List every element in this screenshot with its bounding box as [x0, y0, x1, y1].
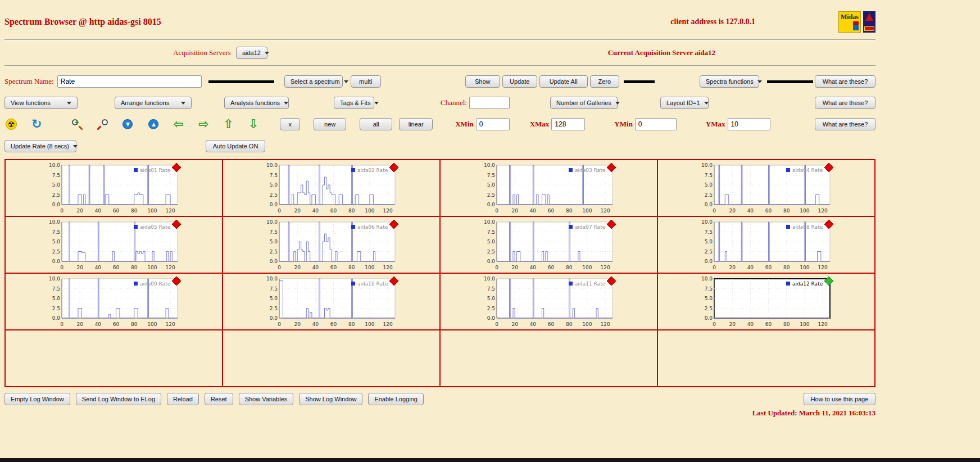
zoom-in-icon[interactable]: +	[71, 118, 83, 130]
show-log-window-button[interactable]: Show Log Window	[299, 393, 362, 405]
svg-text:60: 60	[547, 265, 554, 270]
chevron-down-icon	[181, 102, 185, 105]
svg-text:80: 80	[348, 265, 355, 270]
ymax-input[interactable]	[728, 118, 770, 130]
radiation-icon[interactable]: ☢	[6, 119, 17, 130]
zoom-out-icon[interactable]	[97, 118, 109, 130]
svg-text:80: 80	[131, 265, 138, 270]
svg-text:10.0: 10.0	[266, 276, 277, 282]
svg-text:20: 20	[729, 208, 736, 214]
spectrum-chart: 0.02.55.07.510.0020406080100120 aida07 R…	[481, 219, 617, 272]
plus-icon: +	[74, 119, 79, 126]
spectrum-cell-aida11[interactable]: 0.02.55.07.510.0020406080100120 aida11 R…	[440, 273, 657, 330]
spectrum-cell-aida02[interactable]: 0.02.55.07.510.0020406080100120 aida02 R…	[223, 160, 440, 216]
all-button[interactable]: all	[360, 118, 392, 130]
zero-button[interactable]: Zero	[590, 75, 619, 88]
chevron-down-icon	[374, 102, 379, 105]
send-log-window-button[interactable]: Send Log Window to ELog	[76, 393, 161, 405]
update-button[interactable]: Update	[502, 75, 537, 88]
acquisition-server-select[interactable]: aida12	[236, 47, 267, 59]
select-spectrum-dropdown[interactable]: Select a spectrum	[284, 75, 343, 88]
what-are-these-button[interactable]: What are these?	[815, 118, 875, 130]
svg-text:0.0: 0.0	[52, 259, 60, 264]
scale-down-icon[interactable]: ▼	[122, 119, 133, 129]
analysis-functions-dropdown[interactable]: Analysis functions	[224, 97, 289, 109]
svg-text:0.0: 0.0	[487, 259, 495, 264]
chevron-down-icon	[67, 102, 71, 105]
move-right-icon[interactable]: ⇨	[198, 118, 208, 130]
spectrum-cell-aida12[interactable]: 0.02.55.07.510.0020406080100120 aida12 R…	[657, 273, 875, 330]
reload-button[interactable]: Reload	[167, 393, 199, 405]
chevron-down-icon	[284, 102, 288, 105]
scale-up-icon[interactable]: ▲	[148, 119, 158, 129]
svg-text:10.0: 10.0	[266, 219, 277, 225]
how-to-use-button[interactable]: How to use this page	[804, 393, 875, 405]
arrange-functions-dropdown[interactable]: Arrange functions	[115, 97, 192, 109]
ymin-input[interactable]	[635, 118, 677, 130]
linear-button[interactable]: linear	[399, 118, 433, 130]
svg-text:80: 80	[566, 208, 573, 214]
spectrum-name-input[interactable]	[57, 75, 202, 88]
legend-marker	[134, 225, 138, 229]
update-all-button[interactable]: Update All	[539, 75, 588, 88]
move-up-icon[interactable]: ⇧	[223, 118, 233, 130]
spectrum-cell-aida04[interactable]: 0.02.55.07.510.0020406080100120 aida04 R…	[657, 160, 875, 216]
svg-text:80: 80	[131, 321, 138, 327]
svg-text:0.0: 0.0	[704, 315, 713, 321]
legend-marker	[786, 282, 790, 286]
legend-label: aida12 Rate	[792, 281, 823, 287]
legend-label: aida05 Rate	[140, 224, 171, 230]
spectrum-cell-aida03[interactable]: 0.02.55.07.510.0020406080100120 aida03 R…	[440, 160, 657, 216]
move-down-icon[interactable]: ⇩	[248, 118, 258, 130]
spectrum-cell-aida08[interactable]: 0.02.55.07.510.0020406080100120 aida08 R…	[657, 216, 875, 273]
legend-marker	[569, 225, 573, 229]
spectrum-cell-aida05[interactable]: 0.02.55.07.510.0020406080100120 aida05 R…	[5, 216, 223, 273]
refresh-icon[interactable]: ↻	[31, 117, 42, 131]
enable-logging-button[interactable]: Enable Logging	[368, 393, 423, 405]
auto-update-button[interactable]: Auto Update ON	[206, 140, 265, 152]
show-button[interactable]: Show	[465, 75, 500, 88]
midas-logo-art	[853, 21, 859, 30]
x-axis-button[interactable]: x	[280, 118, 300, 130]
spectrum-cell-aida01[interactable]: 0.02.55.07.510.0020406080100120 aida01 R…	[5, 160, 223, 216]
spectrum-cell-aida07[interactable]: 0.02.55.07.510.0020406080100120 aida07 R…	[440, 216, 657, 273]
spectrum-cell-aida10[interactable]: 0.02.55.07.510.0020406080100120 aida10 R…	[223, 273, 440, 330]
channel-input[interactable]	[469, 97, 510, 109]
svg-text:40: 40	[312, 208, 319, 214]
svg-text:2.5: 2.5	[52, 306, 60, 311]
what-are-these-button[interactable]: What are these?	[815, 97, 875, 109]
new-button[interactable]: new	[314, 118, 346, 130]
xmax-input[interactable]	[551, 118, 585, 130]
xmin-input[interactable]	[476, 118, 510, 130]
empty-log-window-button[interactable]: Empty Log Window	[4, 393, 70, 405]
reset-button[interactable]: Reset	[205, 393, 233, 405]
what-are-these-button[interactable]: What are these?	[815, 75, 875, 88]
spectrum-cell-aida06[interactable]: 0.02.55.07.510.0020406080100120 aida06 R…	[223, 216, 440, 273]
spectrum-cell-aida09[interactable]: 0.02.55.07.510.0020406080100120 aida09 R…	[5, 273, 223, 330]
spectra-functions-dropdown[interactable]: Spectra functions	[700, 75, 759, 88]
update-rate-dropdown[interactable]: Update Rate (8 secs)	[4, 140, 76, 152]
layout-id-dropdown[interactable]: Layout ID=1	[660, 97, 709, 109]
spectrum-chart: 0.02.55.07.510.0020406080100120 aida03 R…	[481, 162, 617, 215]
acquisition-row: Acquisition Servers aida12 Current Acqui…	[4, 40, 875, 65]
multi-button[interactable]: multi	[351, 75, 381, 88]
number-of-galleries-dropdown[interactable]: Number of Galleries	[550, 97, 618, 109]
svg-text:7.5: 7.5	[52, 286, 60, 292]
move-left-icon[interactable]: ⇦	[173, 118, 183, 130]
svg-text:20: 20	[76, 321, 83, 327]
footer-buttons-row: Empty Log Window Send Log Window to ELog…	[4, 393, 875, 405]
xmax-label: XMax	[530, 120, 550, 129]
svg-text:40: 40	[529, 321, 536, 327]
svg-text:5.0: 5.0	[52, 296, 60, 301]
window-bottom-edge	[0, 458, 980, 462]
svg-text:40: 40	[94, 321, 101, 327]
view-functions-dropdown[interactable]: View functions	[4, 97, 78, 109]
ymax-label: YMax	[706, 120, 725, 129]
legend-marker	[351, 168, 355, 172]
svg-text:2.5: 2.5	[269, 192, 277, 198]
show-variables-button[interactable]: Show Variables	[239, 393, 294, 405]
svg-text:2.5: 2.5	[52, 249, 60, 255]
legend-label: aida09 Rate	[140, 281, 171, 287]
svg-text:120: 120	[165, 265, 175, 270]
tags-fits-dropdown[interactable]: Tags & Fits	[334, 97, 374, 109]
